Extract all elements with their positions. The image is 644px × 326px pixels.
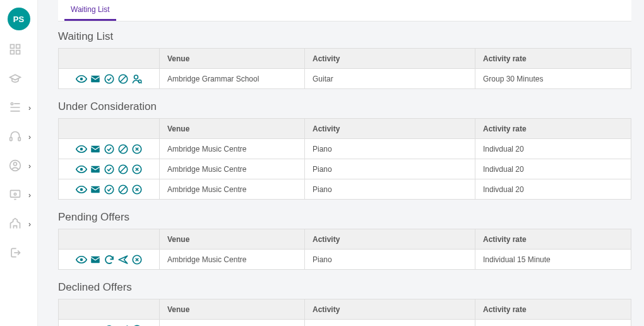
svg-rect-9	[11, 190, 20, 197]
check-circle-icon[interactable]	[104, 184, 115, 195]
check-circle-icon[interactable]	[104, 143, 115, 155]
table-row: Ambridge Music Centre Piano Individual 1…	[59, 250, 631, 270]
svg-rect-5	[10, 137, 12, 140]
section-title: Under Consideration	[58, 100, 631, 113]
section-title: Declined Offers	[58, 281, 631, 294]
svg-rect-2	[11, 50, 15, 54]
col-actions	[59, 49, 160, 69]
chevron-right-icon: ›	[28, 220, 31, 228]
check-circle-icon[interactable]	[104, 73, 115, 85]
mail-icon[interactable]	[90, 324, 101, 327]
table-row: Ambridge Music Centre Piano Indivdual 20	[59, 179, 631, 200]
x-circle-icon[interactable]	[131, 164, 143, 175]
mail-icon[interactable]	[90, 164, 101, 175]
table-row: Ambridge Grammar School Dance Indivdual …	[59, 320, 631, 327]
person-search-icon[interactable]	[131, 73, 143, 85]
col-rate: Activity rate	[475, 49, 631, 69]
x-circle-icon[interactable]	[131, 254, 143, 265]
eye-icon[interactable]	[76, 73, 87, 85]
nav-people[interactable]: ›	[0, 99, 37, 118]
table: Venue Activity Activity rate Ambridge Mu…	[58, 229, 631, 270]
logout-icon	[9, 246, 21, 261]
svg-point-4	[11, 102, 13, 104]
grid-icon	[9, 43, 21, 57]
eye-icon[interactable]	[76, 164, 87, 175]
ban-icon[interactable]	[117, 184, 129, 195]
eye-icon[interactable]	[76, 184, 87, 195]
eye-icon[interactable]	[76, 254, 87, 265]
cell-activity: Piano	[305, 159, 475, 179]
col-venue: Venue	[160, 119, 305, 139]
row-actions	[66, 324, 152, 327]
tab-bar: Waiting List	[58, 0, 631, 21]
section-title: Waiting List	[58, 30, 631, 43]
cell-rate: Group 30 Minutes	[475, 69, 631, 89]
eye-icon[interactable]	[76, 324, 87, 327]
col-actions	[59, 229, 160, 250]
send-icon[interactable]	[117, 324, 129, 327]
cell-venue: Ambridge Grammar School	[160, 69, 305, 89]
headset-icon	[9, 130, 21, 145]
nav-class[interactable]: ›	[0, 186, 37, 205]
table: Venue Activity Activity rate Ambridge Gr…	[58, 48, 631, 89]
svg-point-10	[14, 193, 16, 195]
nav-education[interactable]	[0, 69, 37, 88]
cell-rate: Indivdual 20	[475, 159, 631, 179]
col-activity: Activity	[305, 229, 475, 250]
cell-activity: Piano	[305, 179, 475, 200]
cell-venue: Ambridge Music Centre	[160, 179, 305, 200]
nav-support[interactable]: ›	[0, 128, 37, 147]
sidebar: PS › › › › ›	[0, 0, 38, 326]
nav-dashboard[interactable]	[0, 40, 37, 59]
mail-icon[interactable]	[90, 73, 101, 85]
table: Venue Activity Activity rate Ambridge Mu…	[58, 118, 631, 200]
send-icon[interactable]	[117, 254, 129, 265]
ban-icon[interactable]	[117, 143, 129, 155]
presentation-icon	[9, 188, 21, 203]
table-row: Ambridge Music Centre Piano Indivdual 20	[59, 159, 631, 179]
cell-venue: Ambridge Music Centre	[160, 159, 305, 179]
check-circle-icon[interactable]	[104, 164, 115, 175]
row-actions	[66, 73, 152, 85]
mail-icon[interactable]	[90, 184, 101, 195]
table: Venue Activity Activity rate Ambridge Gr…	[58, 299, 631, 326]
avatar[interactable]: PS	[8, 8, 30, 30]
col-venue: Venue	[160, 229, 305, 250]
refresh-icon[interactable]	[104, 324, 115, 327]
col-activity: Activity	[305, 119, 475, 139]
ban-icon[interactable]	[117, 73, 129, 85]
col-actions	[59, 119, 160, 139]
col-venue: Venue	[160, 299, 305, 320]
col-activity: Activity	[305, 49, 475, 69]
mail-icon[interactable]	[90, 254, 101, 265]
row-actions	[66, 254, 152, 265]
mail-icon[interactable]	[90, 143, 101, 155]
row-actions	[66, 184, 152, 195]
chevron-right-icon: ›	[28, 104, 31, 112]
col-rate: Activity rate	[475, 119, 631, 139]
cell-venue: Ambridge Music Centre	[160, 139, 305, 159]
cell-activity: Guitar	[305, 69, 475, 89]
row-actions	[66, 143, 152, 155]
svg-rect-0	[11, 44, 15, 48]
svg-rect-6	[18, 137, 20, 140]
nav-logout[interactable]	[0, 244, 37, 263]
x-circle-icon[interactable]	[131, 143, 143, 155]
ban-icon[interactable]	[117, 164, 129, 175]
nav-school[interactable]: ›	[0, 215, 37, 234]
table-row: Ambridge Grammar School Guitar Group 30 …	[59, 69, 631, 89]
cell-rate: Indivdual 20	[475, 320, 631, 327]
eye-icon[interactable]	[76, 143, 87, 155]
cell-activity: Dance	[305, 320, 475, 327]
svg-rect-1	[16, 44, 20, 48]
cell-venue: Ambridge Grammar School	[160, 320, 305, 327]
school-icon	[9, 217, 21, 232]
refresh-icon[interactable]	[104, 254, 115, 265]
nav-profile[interactable]: ›	[0, 157, 37, 176]
x-circle-icon[interactable]	[131, 324, 143, 327]
chevron-right-icon: ›	[28, 162, 31, 170]
chevron-right-icon: ›	[28, 191, 31, 199]
tab-waiting-list[interactable]: Waiting List	[64, 0, 116, 21]
x-circle-icon[interactable]	[131, 184, 143, 195]
section-title: Pending Offers	[58, 211, 631, 224]
